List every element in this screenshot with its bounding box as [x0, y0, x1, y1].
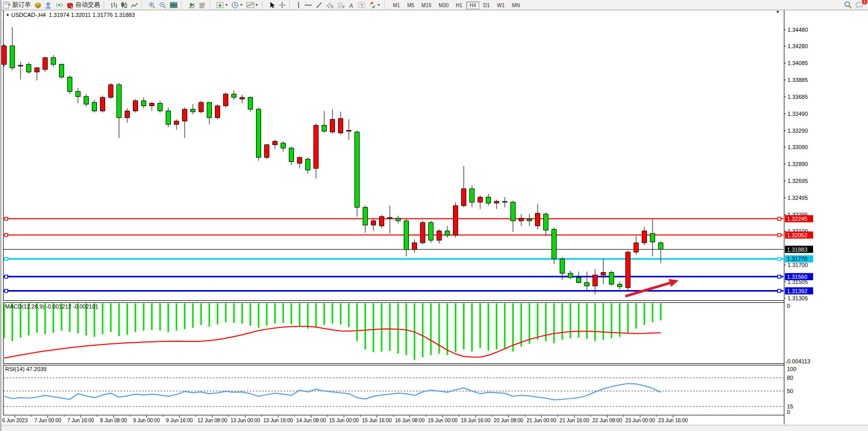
signal-button[interactable]	[54, 1, 65, 9]
symbol-dropdown-icon[interactable]: ▼	[6, 13, 10, 17]
fibonacci-button[interactable]: F	[336, 1, 347, 9]
candle-body	[618, 284, 622, 287]
indicators-button[interactable]: ▼	[215, 1, 230, 9]
time-tick-label: 15 Jun 00:00	[329, 418, 359, 423]
candle-body	[593, 275, 598, 286]
price-tick-label: 1.33685	[787, 94, 808, 100]
chart-shift-button[interactable]	[197, 1, 208, 9]
clock-icon	[231, 2, 239, 9]
text-button[interactable]: A	[347, 1, 357, 9]
timeframe-button-m30[interactable]: M30	[436, 2, 451, 9]
candle-body	[183, 109, 187, 121]
equidistant-channel-button[interactable]: E	[324, 1, 336, 9]
timeframe-button-h1[interactable]: H1	[452, 2, 465, 9]
candle-body	[462, 189, 466, 206]
price-tick-label: 1.33490	[787, 111, 808, 117]
candle-body	[626, 252, 630, 288]
text-label-button[interactable]: T	[357, 1, 367, 9]
timeframe-button-m5[interactable]: M5	[404, 2, 418, 9]
candle-body	[298, 157, 302, 163]
hline-handle	[5, 257, 8, 260]
price-line-badge-text: 1.31883	[787, 247, 807, 253]
tile-windows-button[interactable]	[168, 1, 179, 9]
candle-body	[519, 218, 524, 221]
svg-text:0: 0	[787, 303, 790, 309]
line-chart-button[interactable]	[129, 1, 140, 9]
fibonacci-icon: F	[337, 2, 345, 9]
candle-body	[215, 106, 220, 118]
bar-chart-button[interactable]	[109, 1, 119, 9]
new-order-button[interactable]: 新订单	[2, 1, 32, 9]
time-axis: 6 Jun 20237 Jun 00:007 Jun 16:008 Jun 08…	[2, 416, 688, 423]
toolbar-separator	[210, 2, 213, 9]
candle-body	[51, 57, 56, 64]
candle-body	[199, 102, 204, 112]
macd-pane	[4, 303, 784, 364]
zoom-out-button[interactable]	[157, 1, 168, 9]
candlestick-chart-button[interactable]	[119, 1, 129, 9]
autotrading-icon	[66, 2, 74, 9]
rsi-name: RSI(14)	[5, 366, 25, 372]
zoom-in-button[interactable]	[147, 1, 157, 9]
candle-body	[363, 208, 368, 225]
arrows-button[interactable]: ▼	[367, 1, 382, 9]
timeframe-button-mn[interactable]: MN	[509, 2, 523, 9]
time-tick-label: 22 Jun 08:00	[593, 418, 622, 423]
candle-body	[503, 201, 507, 202]
timeframe-button-d1[interactable]: D1	[480, 2, 493, 9]
price-tick-label: 1.32890	[787, 161, 808, 167]
candle-body	[101, 97, 105, 111]
time-tick-label: 13 Jun 16:00	[263, 418, 293, 423]
trendline-button[interactable]	[314, 1, 324, 9]
chart-title: ▼ USDCAD-,H4 1.31974 1.32011 1.31776 1.3…	[6, 12, 135, 18]
periods-button[interactable]: ▼	[230, 1, 245, 9]
timeframe-button-w1[interactable]: W1	[494, 2, 508, 9]
cloud-user-icon	[45, 2, 52, 9]
crosshair-button[interactable]	[277, 1, 287, 9]
candle-body	[207, 102, 212, 118]
autoscroll-button[interactable]	[186, 1, 197, 9]
notifications-button[interactable]: 1	[854, 1, 865, 9]
hline-handle	[778, 234, 781, 237]
candle-body	[339, 118, 343, 133]
svg-text:E: E	[331, 5, 334, 9]
notification-badge: 1	[861, 0, 868, 5]
autotrading-button[interactable]: 自动交易	[65, 1, 102, 9]
scale-menu-icon[interactable]: ▼	[776, 10, 780, 14]
vertical-line-button[interactable]	[294, 1, 303, 9]
horizontal-line-button[interactable]	[303, 1, 314, 9]
gold-cube-button[interactable]	[32, 1, 43, 9]
cursor-icon	[269, 2, 275, 9]
hline-handle	[5, 234, 8, 237]
candle-body	[224, 94, 228, 106]
rsi-tick-label: 50	[787, 388, 793, 394]
time-tick-label: 23 Jun 00:00	[625, 418, 655, 423]
candle-body	[240, 97, 245, 99]
candle-body	[404, 221, 409, 250]
search-button[interactable]	[842, 1, 854, 9]
timeframe-button-h4[interactable]: H4	[466, 2, 479, 9]
candle-body	[60, 65, 64, 77]
candle-body	[634, 243, 639, 252]
candle-body	[437, 231, 442, 240]
cursor-button[interactable]	[267, 1, 277, 9]
cloud-user-button[interactable]	[43, 1, 54, 9]
candle-body	[2, 46, 7, 64]
template-icon	[246, 2, 254, 9]
templates-button[interactable]: ▼	[245, 1, 260, 9]
time-tick-label: 7 Jun 00:00	[34, 418, 62, 423]
candle-body	[552, 229, 557, 259]
timeframe-button-m1[interactable]: M1	[390, 2, 403, 9]
gold-cube-icon	[34, 2, 42, 9]
timeframe-button-m15[interactable]: M15	[419, 2, 435, 9]
main-pane	[4, 10, 784, 301]
indicator-axes: 0-0.0041131008050150	[785, 303, 811, 415]
text-icon: A	[348, 2, 355, 9]
timeframe-group: M1M5M15M30H1H4D1W1MN	[389, 2, 524, 9]
chart-canvas[interactable]: 1.344801.342801.340851.338851.336851.334…	[2, 9, 868, 431]
candle-body	[84, 96, 89, 104]
candle-body	[43, 57, 48, 69]
candle-body	[445, 231, 450, 235]
price-line-badge-text: 1.32052	[787, 232, 807, 238]
candle-body	[289, 148, 294, 161]
